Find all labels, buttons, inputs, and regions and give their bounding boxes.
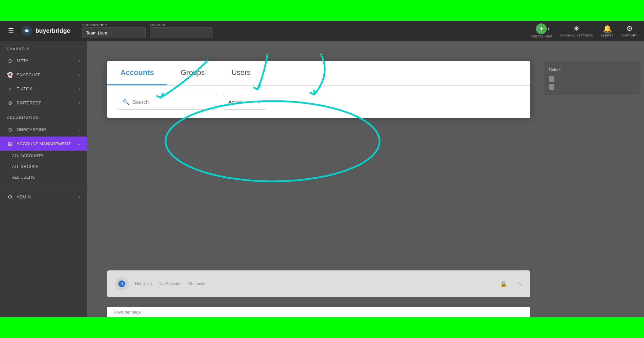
pagination-bar: Rows per page: bbox=[107, 307, 530, 317]
meta-icon: ⊙ bbox=[7, 57, 13, 64]
create-new-button[interactable]: + CREATE NEW bbox=[531, 23, 552, 38]
green-bar-bottom bbox=[0, 317, 644, 338]
account-selector-group: ACCOUNT bbox=[150, 23, 213, 38]
search-input[interactable] bbox=[133, 99, 212, 105]
channel-settings-icon: ✳ bbox=[573, 24, 579, 33]
topbar-right: + CREATE NEW ✳ CHANNEL SETTINGS 🔔 ALERTS… bbox=[531, 23, 637, 38]
channels-section-label: CHANNELS bbox=[0, 41, 87, 54]
sidebar-item-tiktok-left: ♪ TIKTOK bbox=[7, 85, 32, 92]
svg-point-1 bbox=[25, 29, 28, 32]
organization-selector-group: ORGANIZATION bbox=[82, 23, 146, 38]
org-label: ORGANIZATION bbox=[82, 23, 146, 27]
sidebar-item-account-mgmt-left: ▤ ACCOUNT MANAGEMENT bbox=[7, 140, 71, 147]
not-selected-text: Not Selected bbox=[158, 281, 182, 286]
tab-groups[interactable]: Groups bbox=[167, 61, 218, 85]
alerts-label: ALERTS bbox=[601, 34, 614, 37]
status-dropdown-label: Active bbox=[228, 99, 242, 105]
logo-area: buyerbridge bbox=[21, 25, 70, 37]
topbar: ☰ buyerbridge ORGANIZATION ACCOUNT bbox=[0, 21, 644, 41]
green-bar-top bbox=[0, 0, 644, 21]
support-label: SUPPORT bbox=[622, 34, 637, 37]
sidebar-item-tiktok-label: TIKTOK bbox=[17, 86, 32, 91]
main-content: CHANNELS ⊙ META › 👻 SNAPCHAT › ♪ TIKTOK bbox=[0, 41, 644, 317]
sidebar-item-admin-label: ADMIN bbox=[17, 194, 31, 199]
sidebar-item-tiktok[interactable]: ♪ TIKTOK › bbox=[0, 82, 87, 96]
channel-settings-button[interactable]: ✳ CHANNEL SETTINGS bbox=[560, 24, 593, 37]
sidebar-item-admin[interactable]: ⚙ ADMIN › bbox=[0, 190, 87, 204]
topbar-left: ☰ buyerbridge ORGANIZATION ACCOUNT bbox=[7, 23, 213, 38]
sidebar-item-meta-label: META bbox=[17, 58, 28, 63]
sidebar-item-snapchat-left: 👻 SNAPCHAT bbox=[7, 71, 40, 78]
tab-users[interactable]: Users bbox=[218, 61, 264, 85]
chevron-right-snapchat-icon: › bbox=[79, 72, 80, 77]
sidebar-item-account-mgmt-label: ACCOUNT MANAGEMENT bbox=[17, 141, 71, 146]
sidebar-item-pinterest-left: ⊕ PINTEREST bbox=[7, 99, 41, 106]
alerts-button[interactable]: 🔔 ALERTS bbox=[601, 24, 614, 37]
chevron-right-tiktok-icon: › bbox=[79, 86, 80, 91]
sidebar-sub-all-users[interactable]: ALL USERS bbox=[0, 172, 87, 183]
create-new-label: CREATE NEW bbox=[531, 35, 552, 38]
organization-section-label: ORGANIZATION bbox=[0, 110, 87, 122]
search-box: 🔍 bbox=[117, 94, 217, 110]
color-swatch-1 bbox=[549, 76, 554, 82]
onboarding-icon: ⊙ bbox=[7, 126, 13, 133]
sidebar-sub-all-groups[interactable]: ALL GROUPS bbox=[0, 161, 87, 172]
colors-label: Colors bbox=[549, 67, 561, 72]
lock-icon: 🔒 bbox=[500, 280, 507, 287]
filter-row: 🔍 Active ▾ bbox=[107, 86, 530, 118]
sidebar-item-pinterest[interactable]: ⊕ PINTEREST › bbox=[0, 96, 87, 110]
hamburger-menu-icon[interactable]: ☰ bbox=[7, 25, 15, 36]
alerts-icon: 🔔 bbox=[603, 24, 612, 33]
sidebar-item-admin-left: ⚙ ADMIN bbox=[7, 193, 31, 200]
tabs-row: Accounts Groups Users bbox=[107, 61, 530, 86]
tab-accounts[interactable]: Accounts bbox=[107, 61, 167, 85]
background-table-row: Not Used Not Selected Channels 🔒 ⤡ bbox=[107, 270, 530, 297]
sidebar-item-meta-left: ⊙ META bbox=[7, 57, 28, 64]
sidebar: CHANNELS ⊙ META › 👻 SNAPCHAT › ♪ TIKTOK bbox=[0, 41, 87, 317]
chevron-right-onboarding-icon: › bbox=[79, 127, 80, 132]
org-account-selectors: ORGANIZATION ACCOUNT bbox=[82, 23, 213, 38]
sidebar-sub-all-accounts[interactable]: ALL ACCOUNTS bbox=[0, 151, 87, 161]
sidebar-item-snapchat[interactable]: 👻 SNAPCHAT › bbox=[0, 68, 87, 82]
admin-gear-icon: ⚙ bbox=[7, 193, 13, 200]
sidebar-item-account-management[interactable]: ▤ ACCOUNT MANAGEMENT ⌄ bbox=[0, 137, 87, 151]
status-dropdown[interactable]: Active ▾ bbox=[223, 94, 266, 110]
not-used-text: Not Used bbox=[135, 281, 152, 286]
sidebar-item-onboarding-left: ⊙ ONBOARDING bbox=[7, 126, 46, 133]
pagination-rows-label: Rows per page: bbox=[114, 310, 142, 315]
sidebar-divider bbox=[0, 186, 87, 186]
logo-icon bbox=[21, 25, 33, 37]
chevron-down-account-mgmt-icon: ⌄ bbox=[77, 141, 80, 146]
expand-icon: ⤡ bbox=[517, 280, 522, 287]
account-label: ACCOUNT bbox=[150, 23, 213, 27]
sidebar-item-meta[interactable]: ⊙ META › bbox=[0, 54, 87, 68]
content-area: Accounts Groups Users 🔍 bbox=[87, 41, 644, 317]
create-new-circle-icon: + bbox=[536, 23, 547, 34]
support-icon: ⚙ bbox=[626, 24, 633, 33]
meta-channel-icon bbox=[115, 277, 128, 290]
search-icon: 🔍 bbox=[123, 99, 129, 105]
app-wrapper: ☰ buyerbridge ORGANIZATION ACCOUNT bbox=[0, 21, 644, 317]
brand-name: buyerbridge bbox=[35, 27, 70, 34]
main-panel: Accounts Groups Users 🔍 bbox=[107, 61, 530, 118]
account-input[interactable] bbox=[150, 27, 213, 38]
pinterest-icon: ⊕ bbox=[7, 99, 13, 106]
snapchat-icon: 👻 bbox=[7, 71, 13, 78]
channels-text: Channels bbox=[188, 281, 205, 286]
tiktok-icon: ♪ bbox=[7, 85, 13, 92]
chevron-right-pinterest-icon: › bbox=[79, 100, 80, 105]
color-swatch-2 bbox=[549, 84, 554, 90]
right-panel: Colors bbox=[544, 61, 641, 95]
chevron-right-admin-icon: › bbox=[79, 194, 80, 199]
sidebar-item-onboarding-label: ONBOARDING bbox=[17, 127, 46, 132]
chevron-right-icon: › bbox=[79, 58, 80, 63]
channel-settings-label: CHANNEL SETTINGS bbox=[560, 34, 593, 37]
organization-input[interactable] bbox=[82, 27, 146, 38]
support-button[interactable]: ⚙ SUPPORT bbox=[622, 24, 637, 37]
sidebar-item-snapchat-label: SNAPCHAT bbox=[17, 72, 40, 77]
sidebar-item-pinterest-label: PINTEREST bbox=[17, 100, 41, 105]
sidebar-item-onboarding[interactable]: ⊙ ONBOARDING › bbox=[0, 122, 87, 137]
account-management-icon: ▤ bbox=[7, 140, 13, 147]
dropdown-arrow-icon: ▾ bbox=[258, 99, 260, 104]
